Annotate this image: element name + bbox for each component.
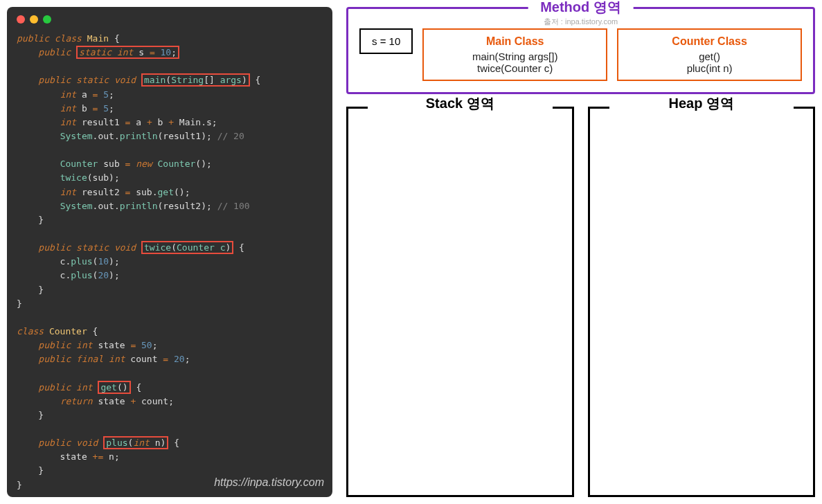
heap-area: Heap 영역 (588, 107, 816, 497)
main-sig-box: main(String[] args) (141, 73, 250, 87)
method-area-subtitle: 출저 : inpa.tistory.com (540, 17, 621, 27)
counter-class-box: Counter Class get() pluc(int n) (617, 28, 802, 81)
main-class-method-1: twice(Counter c) (436, 62, 593, 74)
stack-area-label: Stack 영역 (412, 94, 508, 113)
method-area-label: Method 영역 출저 : inpa.tistory.com (528, 0, 634, 27)
tl-red-icon (17, 15, 25, 24)
main-class-box: Main Class main(String args[]) twice(Cou… (422, 28, 607, 81)
tl-yellow-icon (30, 15, 38, 24)
get-box: get() (98, 381, 130, 394)
static-field-box: static int s = 10; (76, 46, 179, 59)
method-area: Method 영역 출저 : inpa.tistory.com s = 10 M… (346, 7, 815, 94)
watermark: https://inpa.tistory.com (214, 474, 324, 492)
traffic-lights (17, 15, 323, 24)
main-class-title: Main Class (436, 35, 593, 48)
tl-green-icon (43, 15, 51, 24)
stack-area: Stack 영역 (346, 107, 574, 497)
code-panel: public class Main { public static int s … (7, 7, 332, 497)
memory-areas-row: Stack 영역 Heap 영역 (346, 107, 815, 497)
method-area-title: Method 영역 (540, 0, 621, 17)
counter-class-method-0: get() (631, 51, 788, 62)
right-column: Method 영역 출저 : inpa.tistory.com s = 10 M… (346, 7, 815, 497)
counter-class-title: Counter Class (631, 35, 788, 48)
heap-area-label: Heap 영역 (655, 94, 748, 113)
counter-class-method-1: pluc(int n) (631, 62, 788, 74)
plus-box: plus(int n) (103, 436, 168, 449)
code-block: public class Main { public static int s … (17, 32, 323, 492)
main-class-method-0: main(String args[]) (436, 51, 593, 62)
static-var-box: s = 10 (359, 28, 413, 54)
twice-sig-box: twice(Counter c) (141, 241, 233, 254)
